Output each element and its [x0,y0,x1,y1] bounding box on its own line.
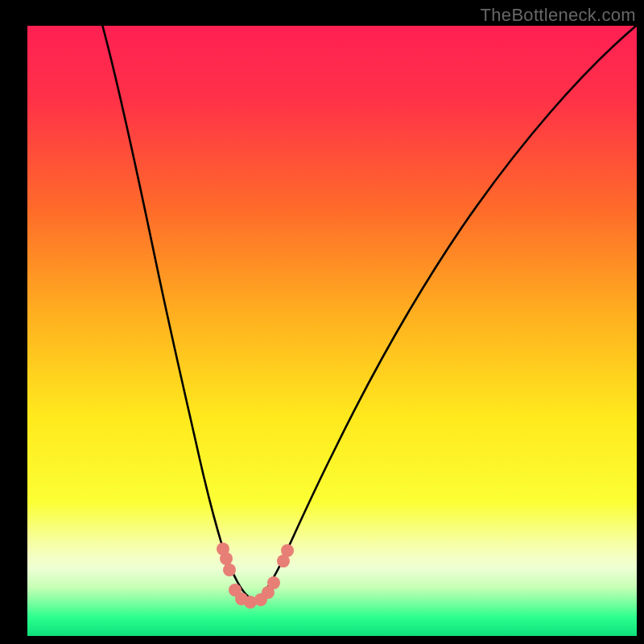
curve-markers [27,26,637,636]
bottleneck-chart [27,26,637,636]
curve-marker [223,564,236,576]
curve-marker [220,552,233,565]
curve-marker [267,576,280,589]
watermark-text: TheBottleneck.com [481,5,636,26]
curve-marker [281,544,294,557]
